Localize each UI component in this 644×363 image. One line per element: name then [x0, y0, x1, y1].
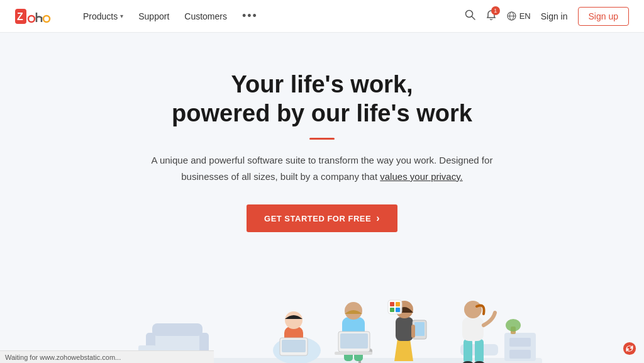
more-options-icon[interactable]: •••: [242, 9, 258, 23]
hero-section: Your life's work, powered by our life's …: [0, 33, 644, 363]
nav-products-label: Products: [83, 11, 118, 21]
svg-rect-40: [462, 317, 484, 341]
search-icon[interactable]: [465, 9, 475, 23]
nav-links: Products ▾ Support Customers •••: [83, 9, 465, 23]
svg-point-46: [506, 319, 521, 332]
nav-customers[interactable]: Customers: [184, 11, 227, 21]
nav-support[interactable]: Support: [138, 11, 169, 21]
hero-title-line1: Your life's work,: [231, 71, 413, 98]
privacy-link[interactable]: values your privacy.: [380, 171, 462, 182]
svg-point-18: [285, 311, 303, 329]
language-selector[interactable]: EN: [507, 11, 531, 21]
status-bar: Waiting for www.zohowebstatic.com...: [0, 350, 214, 363]
svg-rect-44: [509, 350, 531, 359]
svg-rect-51: [396, 308, 400, 312]
hero-title: Your life's work, powered by our life's …: [172, 70, 472, 128]
products-dropdown-icon: ▾: [120, 13, 123, 20]
signup-button[interactable]: Sign up: [578, 7, 629, 26]
nav-right: 1 EN Sign in Sign up: [465, 7, 629, 26]
hero-title-line2: powered by our life's work: [172, 100, 472, 126]
lang-label: EN: [519, 11, 531, 21]
svg-rect-28: [340, 333, 368, 349]
svg-text:Z: Z: [17, 11, 23, 22]
svg-rect-36: [464, 339, 472, 363]
cta-label: GET STARTED FOR FREE: [264, 214, 371, 223]
svg-rect-29: [335, 352, 372, 355]
svg-point-52: [623, 342, 636, 355]
zoho-refresh-icon[interactable]: [623, 342, 636, 358]
signin-link[interactable]: Sign in: [541, 11, 568, 21]
cta-arrow-icon: ›: [376, 213, 380, 224]
svg-rect-48: [390, 302, 394, 306]
svg-rect-37: [475, 339, 484, 363]
svg-rect-50: [390, 308, 394, 312]
logo-container[interactable]: Z: [15, 8, 65, 25]
hero-illustration: [102, 257, 542, 363]
svg-rect-30: [396, 317, 413, 341]
hero-divider: [309, 138, 335, 140]
zoho-logo: Z: [15, 8, 65, 25]
svg-rect-20: [282, 340, 306, 352]
cta-button[interactable]: GET STARTED FOR FREE ›: [247, 204, 397, 232]
notification-icon[interactable]: 1: [486, 9, 497, 23]
svg-point-2: [28, 16, 35, 22]
office-scene-svg: [102, 257, 542, 363]
svg-line-6: [472, 16, 475, 20]
nav-support-label: Support: [138, 11, 169, 21]
svg-rect-49: [396, 302, 400, 306]
notification-badge: 1: [491, 6, 500, 15]
svg-point-41: [464, 301, 482, 318]
nav-products[interactable]: Products ▾: [83, 11, 123, 21]
hero-subtitle: A unique and powerful software suite to …: [146, 152, 498, 184]
nav-customers-label: Customers: [184, 11, 227, 21]
signin-label: Sign in: [541, 11, 568, 21]
svg-rect-14: [152, 323, 203, 336]
navbar: Z Products ▾ Support Customers •••: [0, 0, 644, 33]
svg-point-4: [43, 16, 50, 22]
svg-rect-33: [414, 322, 425, 336]
svg-rect-43: [509, 338, 531, 347]
status-text: Waiting for www.zohowebstatic.com...: [5, 354, 121, 361]
